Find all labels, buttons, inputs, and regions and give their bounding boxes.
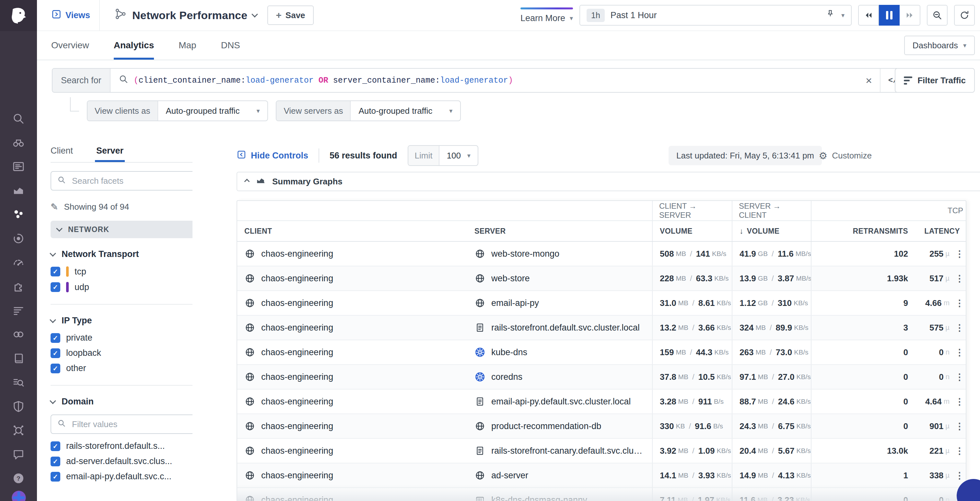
views-button[interactable]: Views <box>37 0 99 30</box>
facet-value-loopback[interactable]: ✓loopback <box>51 348 192 358</box>
facet-group-ip-type[interactable]: IP Type <box>51 316 192 326</box>
zoom-out-button[interactable] <box>927 5 948 25</box>
facet-tab-client[interactable]: Client <box>51 139 73 162</box>
view-servers-as-select[interactable]: View servers as Auto-grouped traffic▾ <box>276 100 461 121</box>
checkbox-checked[interactable]: ✓ <box>51 364 60 373</box>
sidebar-item-synthetics-icon[interactable] <box>11 327 25 342</box>
time-backward-button[interactable] <box>858 5 879 25</box>
sidebar-item-chat-icon[interactable] <box>11 447 25 461</box>
clear-search-icon[interactable]: × <box>858 74 880 87</box>
pin-icon[interactable] <box>825 9 835 22</box>
facet-group-domain[interactable]: Domain <box>51 397 192 407</box>
pencil-icon[interactable]: ✎ <box>51 202 58 212</box>
search-facets-field[interactable] <box>51 171 192 191</box>
col-header-client[interactable]: CLIENT <box>237 221 467 241</box>
sidebar-item-security-icon[interactable] <box>11 399 25 414</box>
sidebar-item-apm-icon[interactable] <box>11 231 25 246</box>
view-clients-as-select[interactable]: View clients as Auto-grouped traffic▾ <box>87 100 268 121</box>
search-query-input[interactable]: (client_container_name:load-generator OR… <box>134 76 858 85</box>
table-row[interactable]: chaos-engineering k8s-dns-dnsmasq-nanny … <box>237 488 966 501</box>
row-menu-kebab[interactable]: ⋮ <box>952 242 967 266</box>
sidebar-item-help-icon[interactable]: ? <box>11 471 25 485</box>
checkbox-checked[interactable]: ✓ <box>51 267 60 277</box>
hide-controls-button[interactable]: Hide Controls <box>237 150 308 162</box>
sidebar-item-notebooks-icon[interactable] <box>11 351 25 366</box>
facet-value-email-api-py-default-svc-c-[interactable]: ✓email-api-py.default.svc.c... <box>51 471 192 482</box>
facet-section-network[interactable]: NETWORK <box>51 221 192 238</box>
table-row[interactable]: chaos-engineering email-api-py 31.0MB/8.… <box>237 291 966 316</box>
facet-filter-input[interactable] <box>71 419 192 430</box>
col-header-volume-sc[interactable]: ↓ VOLUME <box>732 221 811 241</box>
sidebar-item-monitors-icon[interactable] <box>11 255 25 270</box>
checkbox-checked[interactable]: ✓ <box>51 348 60 358</box>
row-menu-kebab[interactable]: ⋮ <box>952 414 967 438</box>
facet-value-rails-storefront-default-s-[interactable]: ✓rails-storefront.default.s... <box>51 441 192 451</box>
facet-group-network-transport[interactable]: Network Transport <box>51 249 192 259</box>
checkbox-checked[interactable]: ✓ <box>51 472 60 482</box>
table-row[interactable]: chaos-engineering web-store 228MB/63.3KB… <box>237 266 966 291</box>
col-header-server[interactable]: SERVER <box>467 221 652 241</box>
row-menu-kebab[interactable]: ⋮ <box>952 390 967 414</box>
filter-traffic-button[interactable]: Filter Traffic <box>895 68 975 93</box>
sidebar-item-dashboards-icon[interactable] <box>11 159 25 174</box>
table-row[interactable]: chaos-engineering email-api-py.default.s… <box>237 390 966 414</box>
sidebar-item-metrics-icon[interactable] <box>11 183 25 198</box>
sidebar-item-integrations-icon[interactable] <box>11 279 25 294</box>
globe-icon <box>244 396 255 407</box>
checkbox-checked[interactable]: ✓ <box>51 456 60 466</box>
search-facets-input[interactable] <box>71 175 192 187</box>
table-row[interactable]: chaos-engineering web-store-mongo 508MB/… <box>237 242 966 266</box>
facet-value-tcp[interactable]: ✓tcp <box>51 266 192 277</box>
tab-overview[interactable]: Overview <box>51 31 89 60</box>
sidebar-item-log-explorer-icon[interactable] <box>11 375 25 390</box>
col-header-volume-cs[interactable]: VOLUME <box>652 221 732 241</box>
table-row[interactable]: chaos-engineering product-recommendation… <box>237 414 966 439</box>
tab-dns[interactable]: DNS <box>221 31 240 60</box>
sidebar-item-logs-icon[interactable] <box>11 303 25 318</box>
row-menu-kebab[interactable]: ⋮ <box>952 365 967 389</box>
checkbox-checked[interactable]: ✓ <box>51 333 60 343</box>
row-menu-kebab[interactable]: ⋮ <box>952 266 967 290</box>
search-bar[interactable]: Search for (client_container_name:load-g… <box>52 68 911 93</box>
row-menu-kebab[interactable]: ⋮ <box>952 316 967 340</box>
group-header-spacer <box>237 201 652 220</box>
dashboards-button[interactable]: Dashboards ▾ <box>904 36 975 55</box>
summary-graphs-toggle[interactable]: Summary Graphs <box>237 172 980 191</box>
sidebar-item-watchdog-icon[interactable] <box>11 135 25 150</box>
time-range-picker[interactable]: 1h Past 1 Hour ▾ <box>579 5 852 25</box>
table-row[interactable]: chaos-engineering rails-storefront.defau… <box>237 316 966 340</box>
facet-value-private[interactable]: ✓private <box>51 333 192 343</box>
table-row[interactable]: chaos-engineering coredns 37.8MB/10.5KB/… <box>237 365 966 390</box>
datadog-logo-icon[interactable] <box>0 0 37 31</box>
col-header-latency[interactable]: LATENCY <box>915 221 967 241</box>
learn-more-menu[interactable]: Learn More ▾ <box>520 8 573 23</box>
time-forward-button[interactable] <box>900 5 920 25</box>
checkbox-checked[interactable]: ✓ <box>51 282 60 292</box>
server-name: kube-dns <box>491 347 527 358</box>
sidebar-item-search-icon[interactable] <box>11 111 25 126</box>
title-chevron-down-icon[interactable] <box>251 11 258 17</box>
facet-value-other[interactable]: ✓other <box>51 363 192 373</box>
facet-value-ad-server-default-svc-clus-[interactable]: ✓ad-server.default.svc.clus... <box>51 456 192 466</box>
save-button[interactable]: + Save <box>267 5 313 25</box>
table-row[interactable]: chaos-engineering ad-server 14.1MB/3.93K… <box>237 463 966 488</box>
user-avatar[interactable] <box>10 489 27 501</box>
row-menu-kebab[interactable]: ⋮ <box>952 340 967 364</box>
facet-value-udp[interactable]: ✓udp <box>51 282 192 292</box>
tab-map[interactable]: Map <box>178 31 196 60</box>
col-header-retransmits[interactable]: RETRANSMITS <box>811 221 915 241</box>
row-menu-kebab[interactable]: ⋮ <box>952 291 967 315</box>
customize-button[interactable]: ⚙ Customize <box>819 150 872 161</box>
sidebar-item-network-icon[interactable] <box>11 423 25 437</box>
sidebar-item-infrastructure-icon[interactable] <box>11 207 25 222</box>
pause-button[interactable] <box>879 5 900 25</box>
facet-tab-server[interactable]: Server <box>96 139 124 162</box>
table-row[interactable]: chaos-engineering kube-dns 159MB/44.3KB/… <box>237 340 966 365</box>
tab-analytics[interactable]: Analytics <box>114 31 154 60</box>
limit-select[interactable]: Limit 100▾ <box>408 145 478 166</box>
refresh-button[interactable] <box>954 5 975 25</box>
checkbox-checked[interactable]: ✓ <box>51 441 60 451</box>
table-row[interactable]: chaos-engineering rails-storefront-canar… <box>237 439 966 463</box>
row-menu-kebab[interactable]: ⋮ <box>952 439 967 463</box>
facet-filter-field[interactable] <box>51 415 192 434</box>
